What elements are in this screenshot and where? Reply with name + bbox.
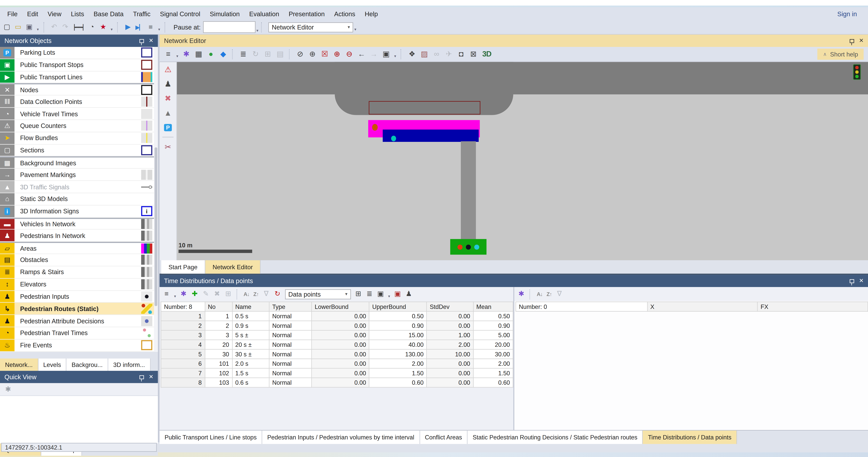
cell[interactable]: Normal [269, 340, 312, 349]
cell[interactable]: 0.00 [427, 368, 473, 378]
stop-simulation-icon[interactable]: ■ [146, 22, 156, 32]
objects-tab-network[interactable]: Network... [0, 359, 38, 371]
cell[interactable]: 1.50 [369, 368, 427, 378]
add-icon[interactable]: ✚ [190, 289, 199, 299]
cell[interactable]: 10.00 [427, 349, 473, 359]
sidebar-item-vehicles-in-network[interactable]: ▬Vehicles In Network [0, 218, 158, 230]
cell[interactable]: 4 [161, 340, 205, 349]
menu-traffic[interactable]: Traffic [129, 9, 155, 18]
pedestrian-link[interactable] [461, 141, 476, 239]
table-row[interactable]: 110.5 sNormal0.000.500.000.50 [161, 311, 513, 321]
column-header-number-8[interactable]: Number: 8 [161, 302, 205, 311]
list-tab-conflict-areas[interactable]: Conflict Areas [420, 431, 468, 444]
filter-icon[interactable]: ∇ [555, 289, 564, 299]
sidebar-item-pedestrian-travel-times[interactable]: ◔Pedestrian Travel Times [0, 327, 158, 339]
cell[interactable]: 0.6 s [232, 378, 269, 388]
menu-edit[interactable]: Edit [23, 9, 42, 18]
sort-asc-icon[interactable]: A↓ [242, 289, 251, 299]
table-row[interactable]: 81030.6 sNormal0.000.600.000.60 [161, 378, 513, 388]
route-point-marker[interactable] [391, 136, 396, 141]
run-simulation-icon[interactable]: ▶ [123, 22, 133, 32]
table-row[interactable]: 335 s ±Normal0.0015.001.005.00 [161, 331, 513, 340]
sidebar-item-obstacles[interactable]: ▤Obstacles [0, 254, 158, 266]
cell[interactable]: 20 s ± [232, 340, 269, 349]
pt-stop-outline[interactable] [369, 101, 480, 114]
cell[interactable]: 3 [205, 331, 232, 340]
traffic-light-icon[interactable] [853, 64, 861, 80]
table-menu-dropdown-icon[interactable]: ▾ [174, 294, 176, 298]
map-marker-icon[interactable]: ◆ [218, 49, 228, 59]
ped-signal-icon[interactable]: ♟ [162, 78, 174, 90]
column-header-lowerbound[interactable]: LowerBound [312, 302, 369, 311]
undo-icon[interactable]: ↶ [50, 22, 59, 32]
cell[interactable]: 0.00 [312, 331, 369, 340]
pan-hand-icon[interactable]: ❖ [407, 49, 417, 59]
sidebar-item-background-images[interactable]: ▦Background Images [0, 157, 158, 169]
duplicate-icon[interactable]: ⊞ [223, 289, 233, 299]
table-row[interactable]: 42020 s ±Normal0.0040.002.0020.00 [161, 340, 513, 349]
menu-view[interactable]: View [44, 9, 65, 18]
fullscreen-icon[interactable]: ☒ [319, 49, 330, 59]
network-canvas[interactable]: ⚠♟✖▲P✂ 10 m [159, 62, 868, 260]
cell[interactable]: 2.0 s [232, 359, 269, 368]
cell[interactable]: Normal [269, 311, 312, 321]
column-header-fx[interactable]: FX [757, 302, 868, 311]
platform-edge-area[interactable] [383, 130, 479, 142]
cell[interactable]: 0.00 [312, 359, 369, 368]
parking-sign-icon[interactable]: P [162, 121, 174, 134]
close-icon[interactable]: ✕ [149, 38, 153, 44]
document-tab-start-page[interactable]: Start Page [161, 260, 205, 274]
document-tab-network-editor[interactable]: Network Editor [205, 260, 260, 274]
cell[interactable]: 2.00 [473, 359, 513, 368]
sidebar-item-ramps-stairs[interactable]: ≣Ramps & Stairs [0, 266, 158, 279]
pin-icon[interactable] [139, 39, 144, 43]
sidebar-item-public-transport-stops[interactable]: ▣Public Transport Stops [0, 59, 158, 71]
filter-reset-icon[interactable]: ↻ [273, 289, 282, 299]
sidebar-item-3d-information-signs[interactable]: i3D Information Signsi [0, 205, 158, 218]
cell[interactable]: 6 [161, 359, 205, 368]
wrench-icon[interactable]: ✱ [181, 49, 192, 59]
route-marker-cyan[interactable] [474, 245, 479, 250]
menu-actions[interactable]: Actions [330, 9, 359, 18]
cell[interactable]: 102 [205, 368, 232, 378]
short-help-button[interactable]: ∧ Short help [817, 49, 864, 60]
cell[interactable]: 130.00 [369, 349, 427, 359]
save-file-dropdown-icon[interactable]: ▾ [37, 27, 39, 32]
flight-view-icon[interactable]: ✈ [443, 49, 454, 59]
scrollbar[interactable] [154, 47, 158, 352]
legend-icon[interactable]: ≣ [238, 49, 248, 59]
table-row[interactable]: 220.9 sNormal0.000.900.000.90 [161, 321, 513, 331]
stop-simulation-dropdown-icon[interactable]: ▾ [158, 27, 160, 32]
wrench-icon[interactable]: ✱ [179, 289, 188, 299]
menu-presentation[interactable]: Presentation [285, 9, 329, 18]
screenshot-camera-icon[interactable]: ◘ [456, 49, 466, 59]
table-row[interactable]: 53030 s ±Normal0.00130.0010.0030.00 [161, 349, 513, 359]
table-row[interactable]: 61012.0 sNormal0.002.000.002.00 [161, 359, 513, 368]
list-tab-public-transport-lines-line-stops[interactable]: Public Transport Lines / Line stops [159, 431, 262, 444]
cell[interactable]: 2.00 [369, 359, 427, 368]
cell[interactable]: 1.50 [473, 368, 513, 378]
menu-file[interactable]: File [3, 9, 22, 18]
sidebar-item-vehicle-travel-times[interactable]: ◔Vehicle Travel Times [0, 108, 158, 120]
cell[interactable]: 101 [205, 359, 232, 368]
cell[interactable]: 103 [205, 378, 232, 388]
column-header-no[interactable]: No [205, 302, 232, 311]
close-icon[interactable]: ✕ [859, 38, 864, 44]
cell[interactable]: 15.00 [369, 331, 427, 340]
ruler-icon[interactable]: ┝━━┥ [72, 22, 86, 32]
cell[interactable]: 2 [161, 321, 205, 331]
menu-help[interactable]: Help [361, 9, 382, 18]
view-selector-combo[interactable]: Network Editor ▾ [268, 22, 353, 32]
list-tab-time-distributions-data-points[interactable]: Time Distributions / Data points [643, 431, 737, 444]
toolbar-overflow-icon[interactable]: ▾ [354, 27, 356, 32]
column-header-stddev[interactable]: StdDev [427, 302, 473, 311]
sidebar-item-3d-traffic-signals[interactable]: ▲3D Traffic Signals [0, 181, 158, 193]
sidebar-item-pedestrian-inputs[interactable]: ♟Pedestrian Inputs [0, 291, 158, 303]
sidebar-item-areas[interactable]: ▱Areas [0, 242, 158, 254]
reload-icon[interactable]: ↻ [250, 49, 261, 59]
cell[interactable]: 0.00 [312, 311, 369, 321]
sidebar-item-data-collection-points[interactable]: ‖‖Data Collection Points [0, 96, 158, 108]
sidebar-item-pavement-markings[interactable]: →Pavement Markings [0, 169, 158, 181]
cell[interactable]: 3 [161, 331, 205, 340]
cell[interactable]: Normal [269, 359, 312, 368]
